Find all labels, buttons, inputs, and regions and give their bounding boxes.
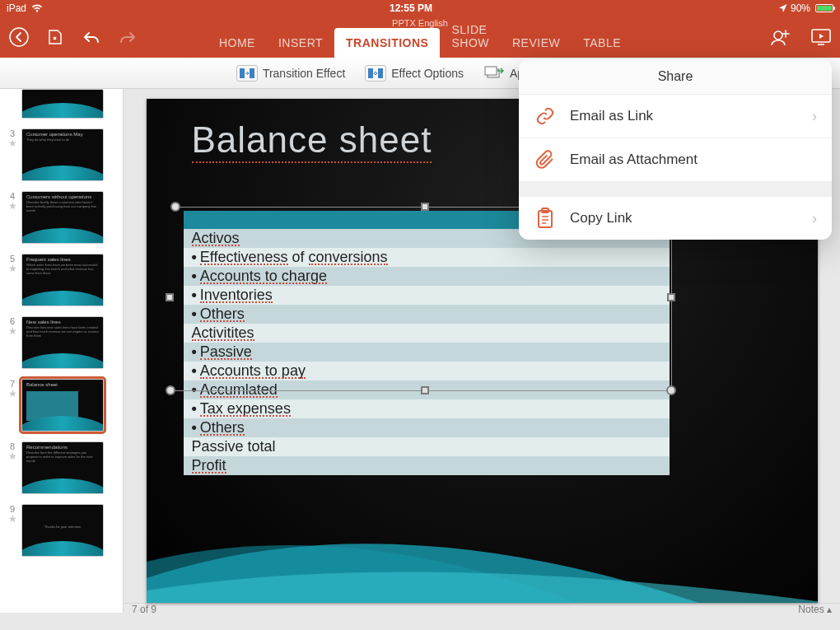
- back-button[interactable]: [8, 26, 30, 48]
- effect-options-label: Effect Options: [391, 67, 464, 80]
- share-email-link-label: Email as Link: [570, 108, 653, 124]
- undo-button[interactable]: [81, 26, 102, 48]
- table-cell[interactable]: Passive total: [184, 437, 422, 456]
- svg-point-0: [10, 28, 28, 46]
- selection-handle[interactable]: [421, 203, 429, 211]
- selection-handle[interactable]: [667, 293, 675, 301]
- status-bar: 7 of 9 Notes ▴: [124, 603, 840, 615]
- redo-button[interactable]: [117, 26, 138, 48]
- effect-options-button[interactable]: Effect Options: [365, 65, 464, 82]
- device-label: iPad: [7, 2, 26, 14]
- table-cell[interactable]: •Others: [184, 305, 422, 324]
- svg-rect-3: [240, 68, 245, 78]
- selection-handle[interactable]: [170, 202, 180, 212]
- tab-home[interactable]: HOME: [208, 28, 267, 58]
- table-cell[interactable]: Profit: [184, 456, 422, 475]
- star-icon: ★: [8, 325, 17, 337]
- link-icon: [534, 105, 557, 128]
- transition-effect-label: Transition Effect: [263, 67, 345, 80]
- chevron-right-icon: ›: [812, 108, 817, 125]
- share-copy-link-label: Copy Link: [570, 210, 632, 226]
- slide-thumb[interactable]: Thanks for your attention: [21, 504, 104, 557]
- star-icon: ★: [8, 388, 17, 399]
- svg-rect-5: [368, 68, 373, 78]
- popover-title: Share: [519, 59, 832, 95]
- slide-table[interactable]: Activos •Effectiveness of conversions •A…: [184, 211, 670, 475]
- slide-thumb[interactable]: Recommendations Describe here the differ…: [21, 441, 104, 494]
- chevron-right-icon: ›: [812, 210, 817, 227]
- slide-thumb-selected[interactable]: Balance sheet: [21, 379, 104, 432]
- share-button[interactable]: [769, 26, 791, 48]
- share-copy-link[interactable]: Copy Link ›: [519, 197, 832, 240]
- present-button[interactable]: [810, 26, 832, 48]
- transition-effect-icon: [236, 65, 258, 82]
- slide-counter: 7 of 9: [132, 604, 156, 615]
- svg-rect-4: [250, 68, 254, 78]
- notes-toggle[interactable]: Notes ▴: [798, 604, 832, 615]
- star-icon: ★: [8, 263, 17, 274]
- share-email-link[interactable]: Email as Link ›: [519, 95, 832, 138]
- tab-slideshow[interactable]: SLIDE SHOW: [440, 15, 501, 58]
- star-icon: ★: [8, 513, 17, 525]
- slide-thumb[interactable]: [21, 89, 104, 119]
- selection-handle[interactable]: [666, 385, 676, 395]
- table-cell[interactable]: •Passive: [184, 343, 422, 362]
- star-icon: ★: [8, 200, 17, 212]
- share-email-attachment-label: Email as Attachment: [570, 152, 698, 168]
- selection-handle[interactable]: [166, 385, 175, 395]
- svg-point-1: [774, 31, 782, 40]
- slide-thumbnails[interactable]: 3★ Customer operations May They do what …: [0, 89, 124, 613]
- table-cell[interactable]: •Effectiveness of conversions: [184, 248, 422, 267]
- clipboard-icon: [534, 207, 557, 230]
- slide-thumb[interactable]: Frequent sales lines Which sales lines h…: [21, 254, 104, 306]
- location-icon: [779, 4, 787, 12]
- share-popover: Share Email as Link › Email as Attachmen…: [519, 59, 832, 240]
- share-email-attachment[interactable]: Email as Attachment: [519, 138, 832, 182]
- transition-effect-button[interactable]: Transition Effect: [236, 65, 345, 82]
- slide-thumb[interactable]: Customers without operations Describe br…: [21, 191, 104, 244]
- table-cell[interactable]: Activos: [184, 229, 422, 248]
- selection-handle[interactable]: [421, 386, 429, 394]
- file-button[interactable]: [44, 26, 66, 48]
- selection-handle[interactable]: [166, 293, 174, 301]
- slide-thumb[interactable]: Customer operations May They do what the…: [21, 128, 104, 181]
- table-cell[interactable]: Activitites: [184, 324, 422, 343]
- svg-rect-8: [485, 67, 497, 75]
- table-cell[interactable]: •Tax expenses: [184, 399, 422, 418]
- star-icon: ★: [8, 138, 17, 149]
- effect-options-icon: [365, 65, 386, 82]
- table-cell[interactable]: •Inventories: [184, 286, 422, 305]
- ribbon-tabs: HOME INSERT TRANSITIONS SLIDE SHOW REVIE…: [208, 15, 632, 58]
- tab-transitions[interactable]: TRANSITIONS: [334, 28, 440, 58]
- wifi-icon: [31, 4, 43, 12]
- ios-status-bar: iPad 12:55 PM 90%: [0, 0, 840, 16]
- slide-thumb[interactable]: New sales lines Describe how new sales l…: [21, 316, 104, 369]
- tab-insert[interactable]: INSERT: [267, 28, 334, 58]
- table-cell[interactable]: •Others: [184, 418, 422, 437]
- tab-review[interactable]: REVIEW: [501, 28, 572, 58]
- table-cell[interactable]: •Accounts to pay: [184, 362, 422, 380]
- battery-icon: [815, 4, 833, 12]
- table-cell[interactable]: •Accounts to charge: [184, 267, 422, 286]
- app-header: PPTX English HOME INSERT TRANSITIONS SLI…: [0, 16, 840, 58]
- battery-percent: 90%: [791, 2, 810, 14]
- paperclip-icon: [534, 148, 557, 171]
- status-time: 12:55 PM: [43, 2, 779, 14]
- svg-rect-6: [378, 68, 383, 78]
- star-icon: ★: [8, 450, 17, 462]
- apply-all-icon: [483, 65, 505, 82]
- tab-table[interactable]: TABLE: [572, 28, 632, 58]
- slide-title[interactable]: Balance sheet: [192, 119, 432, 161]
